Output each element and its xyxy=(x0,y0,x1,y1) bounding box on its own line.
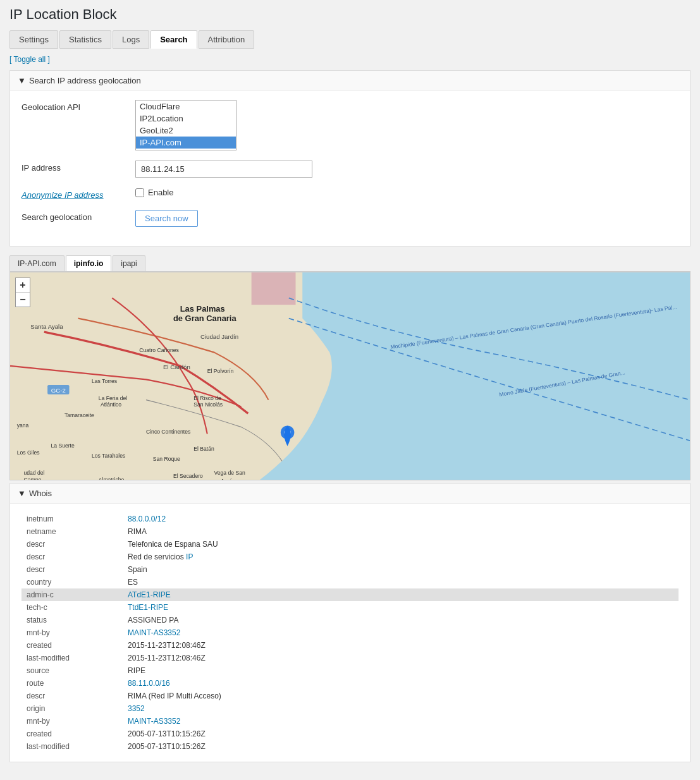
zoom-out-button[interactable]: − xyxy=(16,293,30,307)
tab-statistics[interactable]: Statistics xyxy=(59,30,111,49)
whois-value-link[interactable]: 88.11.0.0/16 xyxy=(128,679,170,688)
api-option-cloudflare[interactable]: CloudFlare xyxy=(136,101,236,113)
api-option-ip-api-com[interactable]: IP-API.com xyxy=(136,137,236,149)
whois-key: tech-c xyxy=(21,601,123,614)
whois-value: 88.11.0.0/16 xyxy=(123,677,679,690)
whois-key: last-modified xyxy=(21,740,123,753)
whois-key: descr xyxy=(21,563,123,576)
svg-text:Vega de San: Vega de San xyxy=(214,470,245,476)
svg-text:San Nicolás: San Nicolás xyxy=(193,401,223,408)
svg-text:José: José xyxy=(221,478,232,480)
anonymize-link[interactable]: Anonymize IP address xyxy=(21,190,104,200)
whois-row: descrTelefonica de Espana SAU xyxy=(21,538,679,551)
svg-text:La Suerte: La Suerte xyxy=(51,442,74,449)
sub-tab-ip-api-com[interactable]: IP-API.com xyxy=(9,255,64,271)
whois-row: tech-cTtdE1-RIPE xyxy=(21,601,679,614)
whois-card-header[interactable]: ▼ Whois xyxy=(10,484,690,504)
ip-address-input[interactable] xyxy=(135,161,312,178)
whois-row: route88.11.0.0/16 xyxy=(21,677,679,690)
whois-value-link[interactable]: MAINT-AS3352 xyxy=(128,717,180,726)
whois-value-link[interactable]: 3352 xyxy=(128,704,145,713)
whois-value: MAINT-AS3352 xyxy=(123,715,679,728)
whois-key: admin-c xyxy=(21,588,123,601)
svg-text:de Gran Canaria: de Gran Canaria xyxy=(173,314,236,323)
toggle-all-link[interactable]: [ Toggle all ] xyxy=(9,55,50,64)
whois-key: country xyxy=(21,576,123,588)
whois-table: inetnum88.0.0.0/12netnameRIMAdescrTelefo… xyxy=(21,513,679,753)
whois-value: ES xyxy=(123,576,679,588)
geolocation-api-listbox[interactable]: CloudFlare IP2Location GeoLite2 IP-API.c… xyxy=(135,100,236,150)
whois-value: ASSIGNED PA xyxy=(123,614,679,626)
whois-row: mnt-byMAINT-AS3352 xyxy=(21,715,679,728)
anonymize-row: Anonymize IP address Enable xyxy=(21,188,679,200)
whois-row: origin3352 xyxy=(21,702,679,715)
sub-tab-ipinfo-io[interactable]: ipinfo.io xyxy=(66,255,112,271)
svg-text:Tamaraceite: Tamaraceite xyxy=(64,412,94,418)
anonymize-checkbox-row: Enable xyxy=(135,188,679,197)
whois-value: Red de servicios IP xyxy=(123,551,679,563)
collapse-arrow-icon: ▼ xyxy=(18,76,26,85)
whois-value: 2015-11-23T12:08:46Z xyxy=(123,652,679,664)
svg-text:El Cardón: El Cardón xyxy=(163,363,190,370)
whois-row: last-modified2005-07-13T10:15:26Z xyxy=(21,740,679,753)
whois-key: inetnum xyxy=(21,513,123,525)
svg-text:Los Tarahales: Los Tarahales xyxy=(92,453,125,459)
whois-value: 2005-07-13T10:15:26Z xyxy=(123,728,679,740)
whois-row: last-modified2015-11-23T12:08:46Z xyxy=(21,652,679,664)
whois-value: 2015-11-23T12:08:46Z xyxy=(123,639,679,652)
svg-text:Atlántico: Atlántico xyxy=(101,401,121,408)
whois-partial-link[interactable]: IP xyxy=(186,552,193,561)
whois-value-link[interactable]: 88.0.0.0/12 xyxy=(128,515,166,523)
svg-text:El Polvorín: El Polvorín xyxy=(207,368,234,374)
search-card-header[interactable]: ▼ Search IP address geolocation xyxy=(10,71,690,91)
whois-key: mnt-by xyxy=(21,626,123,639)
whois-value: 88.0.0.0/12 xyxy=(123,513,679,525)
whois-collapse-arrow-icon: ▼ xyxy=(18,489,26,498)
api-option-ip2location[interactable]: IP2Location xyxy=(136,113,236,125)
whois-value: 2005-07-13T10:15:26Z xyxy=(123,740,679,753)
tab-search[interactable]: Search xyxy=(150,30,197,49)
sub-tab-ipapi[interactable]: ipapi xyxy=(113,255,145,271)
geolocation-api-row: Geolocation API CloudFlare IP2Location G… xyxy=(21,100,679,150)
svg-text:Las Torres: Las Torres xyxy=(92,378,117,384)
search-geolocation-label: Search geolocation xyxy=(21,210,135,222)
whois-value-link[interactable]: TtdE1-RIPE xyxy=(128,603,168,612)
search-now-button[interactable]: Search now xyxy=(135,210,198,227)
ip-address-row: IP address xyxy=(21,161,679,178)
svg-text:udad del: udad del xyxy=(24,470,45,476)
whois-value: Spain xyxy=(123,563,679,576)
whois-key: source xyxy=(21,664,123,677)
whois-row: created2015-11-23T12:08:46Z xyxy=(21,639,679,652)
svg-text:San Roque: San Roque xyxy=(153,456,180,462)
toggle-all-bar: [ Toggle all ] xyxy=(9,55,691,64)
whois-value-link[interactable]: ATdE1-RIPE xyxy=(128,590,171,599)
whois-value-link[interactable]: MAINT-AS3352 xyxy=(128,628,180,637)
api-option-geolite2[interactable]: GeoLite2 xyxy=(136,125,236,137)
tab-settings[interactable]: Settings xyxy=(9,30,58,49)
tab-attribution[interactable]: Attribution xyxy=(199,30,255,49)
whois-row: mnt-byMAINT-AS3352 xyxy=(21,626,679,639)
svg-text:El Batán: El Batán xyxy=(193,446,214,452)
whois-key: created xyxy=(21,728,123,740)
svg-text:Santa Ayala: Santa Ayala xyxy=(30,323,63,330)
map-sub-tabs: IP-API.com ipinfo.io ipapi xyxy=(9,255,691,272)
whois-key: route xyxy=(21,677,123,690)
whois-value: MAINT-AS3352 xyxy=(123,626,679,639)
whois-row: admin-cATdE1-RIPE xyxy=(21,588,679,601)
svg-text:El Risco de: El Risco de xyxy=(193,395,221,401)
svg-text:Las Palmas: Las Palmas xyxy=(180,304,225,314)
geolocation-api-control: CloudFlare IP2Location GeoLite2 IP-API.c… xyxy=(135,100,679,150)
whois-row: netnameRIMA xyxy=(21,525,679,538)
anonymize-checkbox-label: Enable xyxy=(148,188,173,197)
svg-text:Los Giles: Los Giles xyxy=(17,449,40,456)
svg-text:Ciudad Jardín: Ciudad Jardín xyxy=(200,333,238,340)
map-container[interactable]: GC-2 Santa Ayala yana Los Giles ios Las … xyxy=(9,272,691,480)
tab-logs[interactable]: Logs xyxy=(113,30,149,49)
api-option-geoiplookup[interactable]: GeoIPLookup xyxy=(136,149,236,150)
geolocation-api-label: Geolocation API xyxy=(21,100,135,112)
svg-text:Campo: Campo xyxy=(24,477,42,480)
whois-card: ▼ Whois inetnum88.0.0.0/12netnameRIMAdes… xyxy=(9,483,691,762)
zoom-in-button[interactable]: + xyxy=(16,278,30,292)
anonymize-checkbox[interactable] xyxy=(135,188,144,197)
whois-value: RIMA xyxy=(123,525,679,538)
